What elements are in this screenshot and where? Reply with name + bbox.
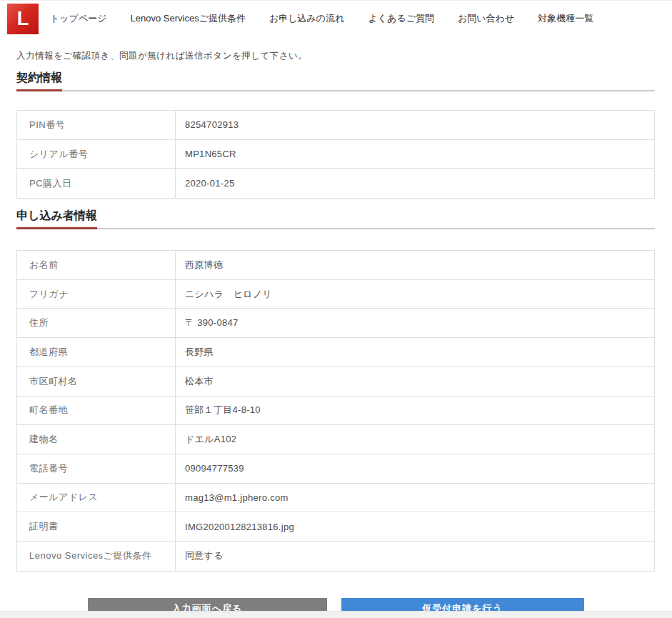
row-label: 町名番地 <box>17 397 176 425</box>
contract-info-title: 契約情報 <box>16 72 655 91</box>
contract-info-title-text: 契約情報 <box>16 72 62 91</box>
nav-item[interactable]: よくあるご質問 <box>368 12 434 25</box>
table-row: PC購入日2020-01-25 <box>17 169 654 198</box>
row-value: 笹部１丁目4-8-10 <box>176 397 654 425</box>
row-value: ニシハラ ヒロノリ <box>176 280 654 309</box>
row-label: 電話番号 <box>17 454 176 483</box>
row-value: 松本市 <box>176 367 654 396</box>
table-row: シリアル番号MP1N65CR <box>17 140 654 169</box>
instruction-text: 入力情報をご確認頂き、問題が無ければ送信ボタンを押して下さい。 <box>16 50 655 62</box>
footer-strip <box>0 611 672 618</box>
lenovo-logo-letter: L <box>17 8 29 30</box>
nav-item[interactable]: お問い合わせ <box>458 12 514 25</box>
row-value: 同意する <box>176 542 654 571</box>
table-row: お名前西原博徳 <box>17 251 654 280</box>
applicant-info-title: 申し込み者情報 <box>16 210 655 229</box>
table-row: 証明書IMG20200128213816.jpg <box>17 512 654 542</box>
main-content: 入力情報をご確認頂き、問題が無ければ送信ボタンを押して下さい。 契約情報 PIN… <box>0 50 672 618</box>
row-label: お名前 <box>17 251 176 279</box>
row-label: 建物名 <box>17 425 176 454</box>
table-row: 都道府県長野県 <box>17 338 654 367</box>
main-nav: トップページLenovo Servicesご提供条件お申し込みの流れよくあるご質… <box>50 12 617 25</box>
nav-item[interactable]: Lenovo Servicesご提供条件 <box>131 12 246 25</box>
applicant-info-table: お名前西原博徳フリガナニシハラ ヒロノリ住所〒 390-0847都道府県長野県市… <box>16 250 655 572</box>
row-label: Lenovo Servicesご提供条件 <box>17 542 176 571</box>
row-value: IMG20200128213816.jpg <box>176 512 654 541</box>
nav-item[interactable]: 対象機種一覧 <box>538 12 593 25</box>
table-row: 住所〒 390-0847 <box>17 309 654 338</box>
applicant-info-title-text: 申し込み者情報 <box>16 210 97 229</box>
table-row: 町名番地笹部１丁目4-8-10 <box>17 397 654 426</box>
row-value: MP1N65CR <box>176 140 654 169</box>
contract-info-table: PIN番号8254702913シリアル番号MP1N65CRPC購入日2020-0… <box>16 110 655 199</box>
table-row: 建物名ドエルA102 <box>17 425 654 454</box>
row-label: PC購入日 <box>17 169 176 198</box>
lenovo-logo[interactable]: L <box>7 4 39 34</box>
row-label: 証明書 <box>17 512 176 541</box>
table-row: フリガナニシハラ ヒロノリ <box>17 280 654 309</box>
row-label: メールアドレス <box>17 484 176 512</box>
row-value: 〒 390-0847 <box>176 309 654 337</box>
table-row: 電話番号09094777539 <box>17 454 654 484</box>
row-label: 都道府県 <box>17 338 176 367</box>
table-row: メールアドレスmag13@m1.jphero.com <box>17 484 654 513</box>
table-row: 市区町村名松本市 <box>17 367 654 397</box>
row-value: 長野県 <box>176 338 654 367</box>
row-value: 2020-01-25 <box>176 169 654 198</box>
row-value: ドエルA102 <box>176 425 654 454</box>
row-value: mag13@m1.jphero.com <box>176 484 654 512</box>
row-label: 住所 <box>17 309 176 337</box>
row-label: 市区町村名 <box>17 367 176 396</box>
table-row: PIN番号8254702913 <box>17 111 654 140</box>
row-value: 8254702913 <box>176 111 654 139</box>
nav-item[interactable]: お申し込みの流れ <box>269 12 345 25</box>
row-label: シリアル番号 <box>17 140 176 169</box>
row-value: 西原博徳 <box>176 251 654 279</box>
table-row: Lenovo Servicesご提供条件同意する <box>17 542 654 571</box>
row-value: 09094777539 <box>176 454 654 483</box>
header: L トップページLenovo Servicesご提供条件お申し込みの流れよくある… <box>0 1 672 40</box>
nav-item[interactable]: トップページ <box>50 12 107 25</box>
row-label: PIN番号 <box>17 111 176 139</box>
row-label: フリガナ <box>17 280 176 309</box>
